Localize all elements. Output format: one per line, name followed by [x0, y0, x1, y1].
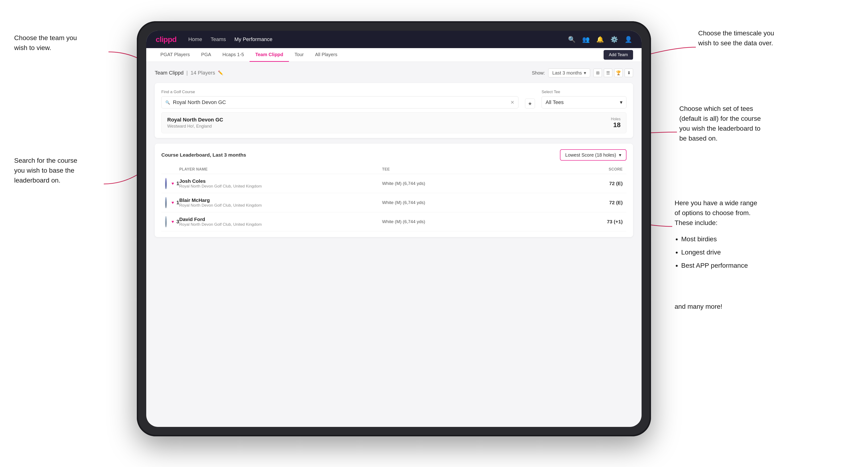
tablet-screen: clippd Home Teams My Performance 🔍 👥 🔔 ⚙… — [146, 31, 642, 427]
player-name-2: Blair McHarg — [179, 197, 262, 203]
tee-info-1: White (M) (6,744 yds) — [382, 181, 585, 186]
annotation-course-search: Search for the course you wish to base t… — [14, 156, 78, 185]
col-player-name: PLAYER NAME — [179, 167, 382, 172]
table-row: ♥ 1 Josh Coles Royal North Devon Golf Cl… — [161, 174, 626, 193]
tab-pga[interactable]: PGA — [195, 48, 217, 62]
col-score: SCORE — [585, 167, 623, 172]
holes-number: 18 — [611, 121, 621, 129]
tee-info-2: White (M) (6,744 yds) — [382, 200, 585, 205]
annotation-tee-choice: Choose which set of tees (default is all… — [679, 104, 761, 144]
nav-bar: clippd Home Teams My Performance 🔍 👥 🔔 ⚙… — [146, 31, 642, 48]
search-section: Find a Golf Course 🔍 ✕ ★ Select Tee All … — [155, 83, 633, 138]
nav-links: Home Teams My Performance — [188, 36, 272, 42]
course-location: Westward Ho!, England — [167, 124, 223, 129]
search-row: Find a Golf Course 🔍 ✕ ★ Select Tee All … — [161, 90, 626, 108]
show-controls: Show: Last 3 months ▾ ⊞ ☰ 🏆 ⬇ — [532, 68, 633, 77]
tee-field: Select Tee All Tees ▾ — [541, 90, 626, 108]
score-type-dropdown[interactable]: Lowest Score (18 holes) ▾ — [560, 149, 626, 161]
view-icons: ⊞ ☰ 🏆 ⬇ — [593, 69, 633, 77]
trophy-icon[interactable]: 🏆 — [614, 69, 623, 77]
tab-tour[interactable]: Tour — [289, 48, 309, 62]
avatar-3 — [165, 216, 167, 227]
clear-button[interactable]: ✕ — [510, 99, 515, 105]
table-row: ♥ 3 David Ford Royal North Devon Golf Cl… — [161, 212, 626, 231]
course-name: Royal North Devon GC — [167, 117, 223, 123]
player-rank-3: ♥ 3 — [165, 216, 179, 227]
score-2: 72 (E) — [585, 200, 623, 206]
nav-link-teams[interactable]: Teams — [211, 36, 226, 42]
annotation-team-choice: Choose the team you wish to view. — [14, 33, 77, 53]
player-rank-1: ♥ 1 — [165, 178, 179, 189]
grid-view-icon[interactable]: ⊞ — [593, 69, 602, 77]
player-info-2: Blair McHarg Royal North Devon Golf Club… — [179, 197, 382, 208]
tee-info-3: White (M) (6,744 yds) — [382, 219, 585, 224]
annotation-and-more: and many more! — [675, 302, 722, 311]
col-tee: TEE — [382, 167, 585, 172]
logo: clippd — [156, 35, 177, 44]
chevron-down-icon-score: ▾ — [619, 152, 621, 158]
leaderboard-title: Course Leaderboard, Last 3 months — [161, 152, 246, 158]
search-icon[interactable]: 🔍 — [568, 36, 576, 43]
table-row: ♥ 1 Blair McHarg Royal North Devon Golf … — [161, 193, 626, 212]
team-header: Team Clippd | 14 Players ✏️ Show: Last 3… — [155, 68, 633, 77]
tee-label: Select Tee — [541, 90, 626, 94]
find-course-label: Find a Golf Course — [161, 90, 519, 94]
player-rank-2: ♥ 1 — [165, 197, 179, 208]
course-search-field: Find a Golf Course 🔍 ✕ — [161, 90, 519, 108]
user-icon[interactable]: 👤 — [625, 36, 632, 43]
annotation-timescale: Choose the timescale you wish to see the… — [698, 28, 774, 48]
leaderboard-section: Course Leaderboard, Last 3 months Lowest… — [155, 144, 633, 237]
search-input-wrap: 🔍 ✕ — [161, 96, 519, 108]
tab-pgat-players[interactable]: PGAT Players — [155, 48, 195, 62]
player-club-3: Royal North Devon Golf Club, United King… — [179, 222, 262, 227]
holes-badge: Holes 18 — [611, 117, 621, 129]
settings-icon[interactable]: ⚙️ — [611, 36, 618, 43]
people-icon[interactable]: 👥 — [582, 36, 590, 43]
tab-all-players[interactable]: All Players — [309, 48, 343, 62]
leaderboard-header: Course Leaderboard, Last 3 months Lowest… — [161, 149, 626, 161]
bell-icon[interactable]: 🔔 — [596, 36, 604, 43]
sub-nav: PGAT Players PGA Hcaps 1-5 Team Clippd T… — [146, 48, 642, 62]
tab-hcaps[interactable]: Hcaps 1-5 — [217, 48, 250, 62]
avatar-1 — [165, 178, 167, 189]
chevron-down-icon: ▾ — [584, 70, 586, 76]
tab-team-clippd[interactable]: Team Clippd — [250, 48, 289, 62]
add-team-button[interactable]: Add Team — [603, 50, 633, 60]
search-icon-small: 🔍 — [165, 100, 170, 105]
heart-icon-3[interactable]: ♥ — [172, 219, 174, 224]
annotation-options: Here you have a wide range of options to… — [675, 198, 757, 272]
leaderboard-table-header: PLAYER NAME TEE SCORE — [161, 165, 626, 174]
course-info: Royal North Devon GC Westward Ho!, Engla… — [167, 117, 223, 129]
player-name-1: Josh Coles — [179, 178, 262, 184]
holes-label: Holes — [611, 117, 621, 121]
show-dropdown[interactable]: Last 3 months ▾ — [548, 68, 590, 77]
nav-link-home[interactable]: Home — [188, 36, 202, 42]
download-icon[interactable]: ⬇ — [625, 69, 633, 77]
team-title: Team Clippd | 14 Players ✏️ — [155, 70, 223, 76]
avatar-2 — [165, 197, 167, 208]
player-club-2: Royal North Devon Golf Club, United King… — [179, 203, 262, 208]
edit-team-icon[interactable]: ✏️ — [218, 70, 223, 75]
chevron-down-icon-tee: ▾ — [620, 99, 622, 105]
tee-select[interactable]: All Tees ▾ — [541, 96, 626, 108]
star-button[interactable]: ★ — [525, 99, 535, 108]
course-result[interactable]: Royal North Devon GC Westward Ho!, Engla… — [161, 112, 626, 133]
player-name-3: David Ford — [179, 217, 262, 222]
player-info-3: David Ford Royal North Devon Golf Club, … — [179, 217, 382, 227]
heart-icon-2[interactable]: ♥ — [172, 200, 174, 205]
nav-link-my-performance[interactable]: My Performance — [235, 36, 272, 42]
player-club-1: Royal North Devon Golf Club, United King… — [179, 184, 262, 189]
score-1: 72 (E) — [585, 181, 623, 186]
list-view-icon[interactable]: ☰ — [604, 69, 612, 77]
content-area: Team Clippd | 14 Players ✏️ Show: Last 3… — [146, 62, 642, 244]
player-info-1: Josh Coles Royal North Devon Golf Club, … — [179, 178, 382, 189]
nav-right: 🔍 👥 🔔 ⚙️ 👤 — [568, 36, 632, 43]
heart-icon-1[interactable]: ♥ — [172, 181, 174, 186]
search-input[interactable] — [173, 99, 507, 105]
tablet-device: clippd Home Teams My Performance 🔍 👥 🔔 ⚙… — [137, 21, 651, 436]
score-3: 73 (+1) — [585, 219, 623, 224]
